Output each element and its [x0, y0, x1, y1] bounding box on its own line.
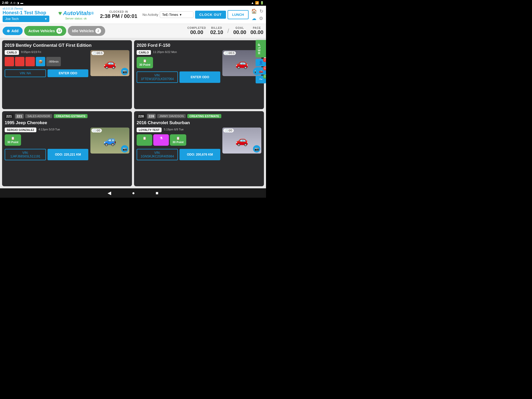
version-label: v6.0.0.16 (Terms): [3, 7, 55, 10]
datetime-suburban: 5:19pm 6/9 Tue: [164, 128, 183, 131]
odo-btn-suburban[interactable]: ODO: 200,676 KM: [179, 149, 220, 160]
timer-btn-bentley[interactable]: -999min: [46, 57, 61, 66]
settings-icon[interactable]: ⚙: [259, 16, 263, 21]
card-left-bentley: CARLO 9:05pm 6/19 Fri 📦 -999min VIN: NA …: [5, 50, 88, 77]
vin-btn-f150[interactable]: VIN: 1FTEW1EP2LKD07064: [137, 71, 178, 83]
red-btn-3-bentley[interactable]: [25, 57, 35, 66]
header: v6.0.0.16 (Terms) Honest-1 Test Shop Joe…: [0, 6, 266, 24]
tech-box-jeep: SERGIO GONZALEZ: [5, 128, 36, 132]
help-tab[interactable]: HELP: [256, 40, 266, 57]
person-icon: 👤: [259, 61, 263, 65]
odo-btn-jeep[interactable]: ODO: 220,221 KM: [48, 149, 88, 160]
card-num-jeep: 221: [5, 114, 14, 119]
add-photo-btn-suburban[interactable]: 📷: [253, 145, 260, 152]
datetime-jeep: 4:13pm 5/19 Tue: [38, 128, 60, 131]
sidebar-car-btn[interactable]: 🚗 12: [256, 67, 266, 75]
vehicle-name-suburban: 2016 Chevrolet Suburban: [137, 120, 261, 125]
divider: /: [227, 27, 229, 35]
back-button[interactable]: ◀: [108, 190, 111, 196]
thirty-pt-label-f150: 30 Point: [139, 63, 150, 66]
tab-active-vehicles[interactable]: Active Vehicles 12: [24, 26, 66, 36]
home-icon[interactable]: 🏠: [251, 8, 257, 14]
card-right-bentley: 🚗 🕐 0/0.5 📷: [90, 50, 129, 77]
clock-out-button[interactable]: CLOCK OUT: [195, 11, 226, 19]
pkg-btn-bentley[interactable]: 📦: [36, 57, 45, 66]
car-emoji-f150: 🚗: [235, 57, 248, 69]
car-sidebar-icon: 🚗: [259, 69, 263, 73]
photo-count-suburban: 🕐 0/0: [223, 129, 234, 132]
goal-label: GOAL: [235, 26, 244, 29]
sidebar-wave-btn[interactable]: 〜 0: [256, 76, 266, 83]
clock-area: CLOCKED IN 2:38 PM / 00:01: [100, 10, 137, 19]
logo-text: AutoVitals: [63, 10, 91, 17]
tee-times-dropdown[interactable]: TeE-Times ▾: [160, 11, 194, 18]
car-emoji-suburban: 🚗: [235, 134, 248, 147]
add-photo-btn-jeep[interactable]: 📷: [121, 145, 128, 152]
logo-area: ♥ AutoVitals ® Server status: ok: [57, 10, 95, 20]
red-btn-1-bentley[interactable]: [5, 57, 14, 66]
vehicle-name-f150: 2020 Ford F-150: [137, 43, 261, 48]
lunch-button[interactable]: LUNCH: [228, 10, 249, 19]
active-count-badge: 12: [56, 28, 62, 34]
vehicle-name-bentley: 2019 Bentley Continental GT First Editio…: [5, 43, 129, 48]
card-header-jeep: 221 221 SALES ADVISOR CREATING ESTIMATE: [5, 114, 129, 119]
card-left-suburban: LOYALTY TEST 5:19pm 6/9 Tue 📋 ⚗ 📋 30 Poi…: [137, 128, 220, 160]
add-button[interactable]: ⊕ Add: [3, 27, 23, 35]
server-status: Server status: ok: [65, 17, 87, 20]
tab-idle-vehicles[interactable]: Idle Vehicles 2: [68, 26, 105, 36]
status-badge-jeep: CREATING ESTIMATE: [54, 114, 88, 118]
photo-count-jeep: 🕐 0/0: [91, 129, 102, 132]
header-icons: 🏠 ↻ ☁ ⚙: [251, 8, 263, 21]
odo-btn-bentley[interactable]: ENTER ODO: [48, 69, 88, 77]
vin-btn-suburban[interactable]: VIN: 1GNSKJKC2GR405984: [137, 149, 178, 160]
car-emoji-bentley: 🚗: [103, 57, 116, 69]
car-emoji-jeep: 🚙: [103, 134, 116, 147]
clock-small-icon: 🕐: [93, 52, 96, 55]
tech-dropdown[interactable]: Joe Tech ▾: [3, 16, 49, 22]
photo-count-bentley: 🕐 0/0.5: [91, 51, 104, 55]
photo-count-f150: 🕐 0/0.5: [223, 51, 236, 55]
thirty-pt-label-suburban: 30 Point: [172, 141, 184, 144]
activity-area: No Activity TeE-Times ▾ CLOCK OUT LUNCH: [143, 10, 249, 19]
green-pkg-btn-f150[interactable]: 📋 30 Point: [137, 57, 153, 68]
no-activity-label: No Activity: [143, 13, 158, 17]
add-photo-btn-bentley[interactable]: 📷: [121, 68, 128, 75]
card-right-suburban: 🚗 🕐 0/0 📷: [222, 128, 261, 160]
green-pkg-btn-jeep[interactable]: 📋 30 Point: [5, 134, 21, 146]
card-right-jeep: 🚙 🕐 0/0 📷: [90, 128, 129, 160]
card-left-jeep: SERGIO GONZALEZ 4:13pm 5/19 Tue 📋 30 Poi…: [5, 128, 88, 160]
clock-small-icon-f150: 🕐: [225, 52, 228, 55]
vin-btn-bentley[interactable]: VIN: NA: [5, 69, 46, 77]
vin-btn-jeep[interactable]: VIN: 1J4FJ68S6SL511191: [5, 149, 46, 160]
recents-button[interactable]: ■: [156, 190, 158, 196]
tech-box-f150: CARLO: [137, 50, 151, 55]
datetime-f150: 11:20pm 6/22 Mon: [153, 50, 177, 54]
doc-icon-jeep: 📋: [11, 136, 15, 140]
card-body-f150: CARLO 11:20pm 6/22 Mon 📋 30 Point VIN: 1…: [137, 50, 261, 83]
icon-half: ◑: [17, 1, 19, 5]
green-pkg-btn-suburban-2[interactable]: 📋 30 Point: [170, 134, 186, 146]
odo-btn-f150[interactable]: ENTER ODO: [179, 71, 220, 83]
doc-icon-f150: 📋: [143, 59, 147, 63]
action-btns-jeep: 📋 30 Point: [5, 134, 88, 146]
shop-info: v6.0.0.16 (Terms) Honest-1 Test Shop Joe…: [3, 7, 55, 22]
shop-name: Honest-1 Test Shop: [3, 10, 55, 16]
icon-a: A: [10, 1, 12, 4]
vehicle-name-jeep: 1995 Jeep Cherokee: [5, 120, 129, 125]
doc-icon-suburban-1: 📋: [143, 136, 147, 140]
home-nav-button[interactable]: ●: [132, 190, 135, 196]
tab-active-label: Active Vehicles: [28, 29, 55, 33]
car-image-jeep: 🚙 🕐 0/0 📷: [90, 128, 129, 154]
green-pkg-btn-suburban-1[interactable]: 📋: [137, 134, 152, 146]
datetime-bentley: 9:05pm 6/19 Fri: [21, 50, 41, 54]
status-badge-suburban: CREATING ESTIMATE: [187, 114, 221, 118]
pace-value: 00.00: [250, 29, 263, 35]
billed-label: BILLED: [211, 26, 222, 29]
magenta-btn-suburban[interactable]: ⚗: [153, 134, 169, 146]
cloud-icon[interactable]: ☁: [252, 16, 256, 21]
sidebar-person-btn[interactable]: 👤 7: [256, 59, 266, 66]
bottom-btns-f150: VIN: 1FTEW1EP2LKD07064 ENTER ODO: [137, 70, 220, 83]
status-time: 2:40: [2, 1, 8, 5]
red-btn-2-bentley[interactable]: [15, 57, 24, 66]
refresh-icon[interactable]: ↻: [260, 8, 263, 14]
